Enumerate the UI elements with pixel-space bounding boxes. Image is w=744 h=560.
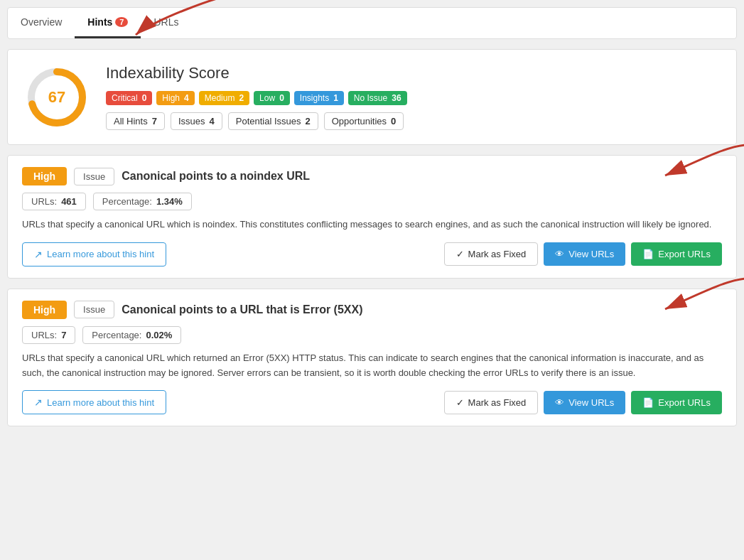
badge-noissue[interactable]: No Issue 36 <box>348 91 407 105</box>
filter-potential-label: Potential Issues <box>236 116 301 126</box>
score-title: Indexability Score <box>106 64 719 82</box>
check-icon-2: ✓ <box>456 397 464 408</box>
export-icon: 📄 <box>642 249 654 259</box>
issue-2-pct-box: Percentage: 0.02% <box>82 326 181 344</box>
issue-1-meta: URLs: 461 Percentage: 1.34% <box>22 193 722 210</box>
learn-btn-label: Learn more about this hint <box>47 249 154 259</box>
issue-1-description: URLs that specify a canonical URL which … <box>22 217 722 232</box>
issue-2-pct-label: Percentage: <box>92 330 141 340</box>
badge-medium-label: Medium <box>205 93 235 103</box>
issue-1-header: High Issue Canonical points to a noindex… <box>22 167 722 185</box>
issue-2-urls-value: 7 <box>61 330 66 340</box>
filter-allhints-value: 7 <box>152 116 157 126</box>
view-btn-2-label: View URLs <box>568 397 614 408</box>
annotation-arrow-2 <box>551 141 744 191</box>
score-value: 67 <box>48 88 65 107</box>
tab-urls[interactable]: URLs <box>141 8 191 38</box>
badge-critical-value: 0 <box>142 93 147 103</box>
issue-1-pct-label: Percentage: <box>102 196 152 207</box>
issue-2-type: Issue <box>74 301 114 318</box>
badge-low-value: 0 <box>279 93 284 103</box>
badges-row: Critical 0 High 4 Medium 2 Low 0 <box>106 91 719 105</box>
issue-2-actions: ↗ Learn more about this hint ✓ Mark as F… <box>22 390 722 414</box>
issue-2-header: High Issue Canonical points to a URL tha… <box>22 301 722 319</box>
issue-1-actions: ↗ Learn more about this hint ✓ Mark as F… <box>22 242 722 266</box>
issue-1-learn-btn[interactable]: ↗ Learn more about this hint <box>22 242 166 266</box>
annotation-arrow-3 <box>551 275 744 325</box>
issue-1-pct-box: Percentage: 1.34% <box>93 193 192 210</box>
issue-2-meta: URLs: 7 Percentage: 0.02% <box>22 326 722 344</box>
fix-btn-label: Mark as Fixed <box>468 249 527 259</box>
hints-tab-label: Hints <box>87 16 112 28</box>
issue-1-pct-value: 1.34% <box>156 196 183 207</box>
filter-row: All Hints 7 Issues 4 Potential Issues 2 … <box>106 112 719 130</box>
export-btn-label: Export URLs <box>658 249 711 259</box>
badge-low-label: Low <box>259 93 275 103</box>
issue-2-severity: High <box>22 301 67 319</box>
filter-potential[interactable]: Potential Issues 2 <box>228 112 318 130</box>
export-icon-2: 📄 <box>642 397 654 408</box>
badge-noissue-label: No Issue <box>354 93 387 103</box>
filter-opportunities-label: Opportunities <box>332 116 387 126</box>
badge-critical[interactable]: Critical 0 <box>106 91 152 105</box>
eye-icon: 👁 <box>555 249 564 259</box>
view-btn-label: View URLs <box>568 249 614 259</box>
badge-insights[interactable]: Insights 1 <box>294 91 344 105</box>
filter-issues-label: Issues <box>178 116 205 126</box>
external-link-icon-2: ↗ <box>34 397 43 408</box>
badge-medium[interactable]: Medium 2 <box>199 91 249 105</box>
issue-1-type: Issue <box>74 168 114 185</box>
issue-1-view-btn[interactable]: 👁 View URLs <box>544 242 625 266</box>
filter-opportunities-value: 0 <box>391 116 396 126</box>
tab-overview[interactable]: Overview <box>8 8 75 38</box>
badge-high-label: High <box>162 93 180 103</box>
issue-card-2: High Issue Canonical points to a URL tha… <box>7 289 737 427</box>
issue-1-urls-box: URLs: 461 <box>22 193 86 210</box>
export-btn-2-label: Export URLs <box>658 397 711 408</box>
fix-btn-2-label: Mark as Fixed <box>468 397 527 408</box>
issue-2-export-btn[interactable]: 📄 Export URLs <box>631 391 722 414</box>
badge-medium-value: 2 <box>239 93 244 103</box>
filter-opportunities[interactable]: Opportunities 0 <box>324 112 404 130</box>
issue-2-learn-btn[interactable]: ↗ Learn more about this hint <box>22 390 166 414</box>
badge-low[interactable]: Low 0 <box>254 91 290 105</box>
filter-allhints-label: All Hints <box>114 116 148 126</box>
issue-card-1: High Issue Canonical points to a noindex… <box>7 155 737 279</box>
badge-insights-value: 1 <box>333 93 338 103</box>
issue-1-export-btn[interactable]: 📄 Export URLs <box>631 242 722 266</box>
issue-2-view-btn[interactable]: 👁 View URLs <box>544 391 625 414</box>
external-link-icon: ↗ <box>34 249 43 260</box>
filter-issues-value: 4 <box>210 116 215 126</box>
badge-noissue-value: 36 <box>392 93 401 103</box>
issue-1-urls-label: URLs: <box>31 196 57 207</box>
issue-2-urls-label: URLs: <box>31 330 57 340</box>
learn-btn-2-label: Learn more about this hint <box>47 397 154 408</box>
badge-insights-label: Insights <box>300 93 329 103</box>
issue-2-action-btns: ✓ Mark as Fixed 👁 View URLs 📄 Export URL… <box>444 391 722 414</box>
filter-issues[interactable]: Issues 4 <box>171 112 222 130</box>
score-card: 67 Indexability Score Critical 0 High 4 … <box>7 49 737 145</box>
issue-2-description: URLs that specify a canonical URL which … <box>22 351 722 381</box>
filter-potential-value: 2 <box>306 116 311 126</box>
tab-hints[interactable]: Hints 7 <box>75 8 141 38</box>
badge-critical-label: Critical <box>112 93 138 103</box>
issue-1-action-btns: ✓ Mark as Fixed 👁 View URLs 📄 Export URL… <box>444 242 722 266</box>
hints-badge: 7 <box>115 17 128 27</box>
issue-1-severity: High <box>22 167 67 185</box>
badge-high[interactable]: High 4 <box>156 91 194 105</box>
issue-2-fix-btn[interactable]: ✓ Mark as Fixed <box>444 391 539 414</box>
issue-1-urls-value: 461 <box>61 196 77 207</box>
issue-2-pct-value: 0.02% <box>146 330 172 340</box>
issue-1-title: Canonical points to a noindex URL <box>122 170 310 183</box>
donut-chart: 67 <box>25 65 89 129</box>
badge-high-value: 4 <box>184 93 189 103</box>
issue-1-fix-btn[interactable]: ✓ Mark as Fixed <box>444 242 539 266</box>
issue-2-title: Canonical points to a URL that is Error … <box>122 303 362 316</box>
eye-icon-2: 👁 <box>555 397 564 408</box>
score-info: Indexability Score Critical 0 High 4 Med… <box>106 64 719 130</box>
issue-2-urls-box: URLs: 7 <box>22 326 75 344</box>
filter-allhints[interactable]: All Hints 7 <box>106 112 165 130</box>
check-icon: ✓ <box>456 249 464 259</box>
